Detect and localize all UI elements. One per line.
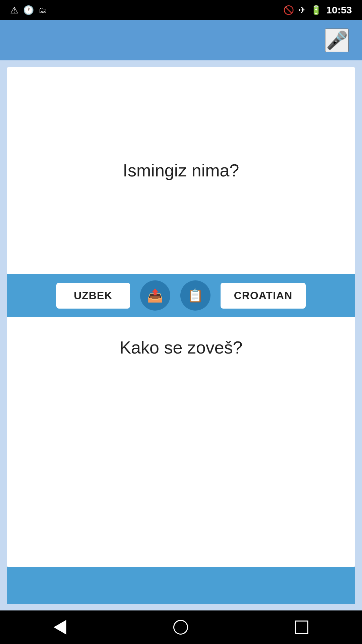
source-panel[interactable]: Ismingiz nima? <box>7 67 355 274</box>
main-content: Ismingiz nima? UZBEK 📤 📋 CROATIAN Kako s… <box>0 60 362 610</box>
recent-apps-icon <box>295 621 308 634</box>
status-left-icons: ⚠ 🕐 🗂 <box>10 5 47 16</box>
language-bar: UZBEK 📤 📋 CROATIAN <box>7 274 355 317</box>
mic-icon: 🎤 <box>326 30 348 51</box>
battery-icon: 🔋 <box>311 5 321 15</box>
warning-icon: ⚠ <box>10 5 18 16</box>
copy-button[interactable]: 📋 <box>180 280 210 311</box>
recent-apps-button[interactable] <box>295 621 308 634</box>
home-button[interactable] <box>173 620 188 635</box>
app-bar: 🎤 <box>0 20 362 60</box>
status-bar: ⚠ 🕐 🗂 🚫 ✈ 🔋 10:53 <box>0 0 362 20</box>
share-icon: 📤 <box>147 288 163 303</box>
sd-card-icon: 🗂 <box>39 5 47 15</box>
target-text: Kako se zoveš? <box>119 337 242 358</box>
bottom-action-bar <box>7 567 355 604</box>
source-text: Ismingiz nima? <box>123 160 239 180</box>
target-panel[interactable]: Kako se zoveš? <box>7 317 355 567</box>
copy-icon: 📋 <box>187 288 203 303</box>
back-icon <box>54 620 66 635</box>
no-sim-icon: 🚫 <box>283 5 294 15</box>
nav-bar <box>0 610 362 644</box>
source-language-button[interactable]: UZBEK <box>56 283 130 309</box>
mic-button[interactable]: 🎤 <box>325 29 349 52</box>
home-icon <box>173 620 188 635</box>
share-button[interactable]: 📤 <box>140 280 170 311</box>
clock-icon: 🕐 <box>23 5 34 15</box>
target-language-button[interactable]: CROATIAN <box>221 283 306 309</box>
status-right-icons: 🚫 ✈ 🔋 10:53 <box>283 4 352 16</box>
airplane-icon: ✈ <box>299 5 306 15</box>
back-button[interactable] <box>54 620 66 635</box>
status-time: 10:53 <box>326 4 352 16</box>
